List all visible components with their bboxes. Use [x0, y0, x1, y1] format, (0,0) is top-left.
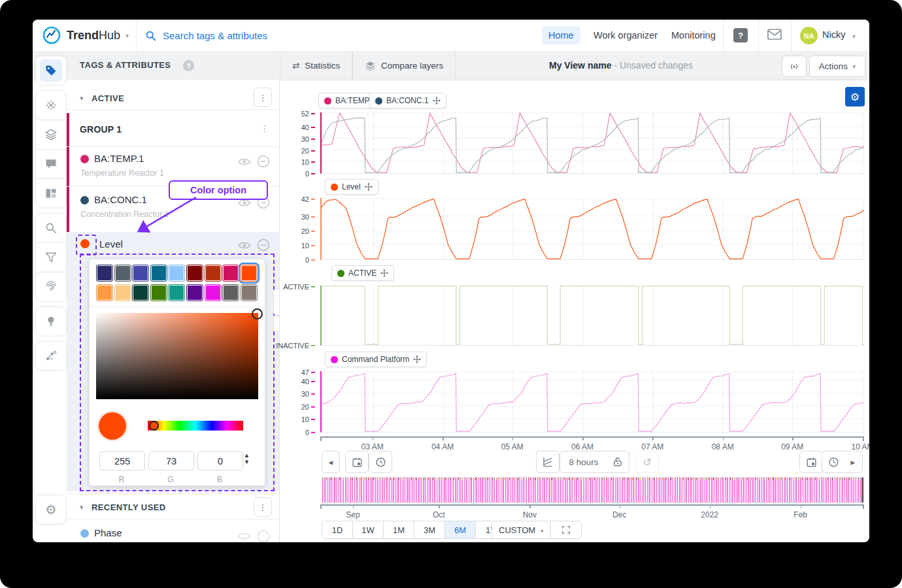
chart-temp-conc[interactable]: 01020304052	[279, 112, 864, 174]
remove-minus-circle-icon[interactable]	[257, 155, 270, 168]
tag-description: Concentration Reactor 1	[80, 210, 169, 219]
broadcast-icon	[788, 62, 800, 71]
actions-button[interactable]: Actions▾	[809, 56, 865, 77]
mail-icon[interactable]	[767, 29, 782, 41]
section-menu-button[interactable]: ⋮	[254, 88, 272, 107]
zoom-preset-3m[interactable]: 3M	[414, 521, 445, 539]
rail-settings[interactable]: ⚙	[35, 495, 67, 525]
section-label: RECENTLY USED	[92, 502, 166, 512]
nav-tab-home[interactable]: Home	[542, 26, 580, 44]
tag-icon	[44, 64, 58, 77]
rail-item-dashboards[interactable]	[35, 178, 67, 208]
move-icon[interactable]	[433, 97, 441, 105]
axis-tick-label: Sep	[346, 510, 359, 519]
section-menu-button[interactable]: ⋮	[254, 497, 272, 517]
rail-item-layers[interactable]	[35, 120, 67, 150]
series-dot	[324, 97, 331, 105]
rail-item-search[interactable]	[35, 213, 67, 243]
pan-left-button[interactable]: ◂	[322, 451, 340, 473]
rail-item-fingerprint[interactable]	[35, 272, 67, 302]
collapse-chevron-icon[interactable]: ▾	[80, 94, 84, 103]
move-icon[interactable]	[380, 269, 388, 277]
zoom-preset-6m[interactable]: 6M	[445, 521, 476, 539]
legend-chip-ba-conc-1[interactable]: BA:CONC.1	[369, 93, 446, 108]
collapse-chevron-icon[interactable]: ▾	[80, 503, 84, 512]
y-axis-tick-label: 30	[301, 135, 315, 143]
y-axis-tick-label: 42	[301, 195, 315, 203]
series-color-dot[interactable]	[80, 239, 90, 248]
series-color-dot[interactable]	[80, 529, 89, 538]
legend-chip-level[interactable]: Level	[325, 179, 378, 195]
group-menu-button[interactable]: ⋮	[260, 123, 269, 133]
timeline-overview-minimap[interactable]	[322, 477, 864, 503]
chart-level[interactable]: 010203042	[279, 198, 864, 260]
axis-tick	[792, 436, 793, 440]
search-placeholder-text: Search tags & attributes	[163, 30, 267, 41]
broadcast-button[interactable]	[782, 56, 807, 77]
series-dot	[331, 356, 338, 363]
panel-help-icon[interactable]: ?	[183, 60, 194, 71]
rail-item-filter[interactable]	[35, 242, 67, 272]
axis-tick	[529, 504, 531, 508]
section-active-header[interactable]: ▾ ACTIVE ⋮	[67, 85, 279, 110]
help-icon[interactable]: ?	[733, 28, 748, 42]
app-logo[interactable]: TrendHub ▾	[42, 25, 129, 45]
axis-tick	[439, 504, 440, 508]
axis-tick	[652, 436, 654, 440]
zoom-preset-1m[interactable]: 1M	[384, 521, 414, 539]
zoom-preset-1d[interactable]: 1D	[322, 521, 353, 539]
move-icon[interactable]	[413, 355, 421, 363]
legend-chip-active[interactable]: ACTIVE	[331, 265, 394, 281]
legend-chip-command-platform[interactable]: Command Platform	[325, 351, 427, 367]
trend-mode-button[interactable]	[536, 451, 560, 473]
start-time-button[interactable]	[369, 451, 392, 473]
tag-name: BA:TEMP.1	[94, 153, 144, 164]
annotation-dashed-popup-box	[80, 253, 275, 491]
swap-arrows-icon: ⇄	[292, 60, 299, 71]
zoom-preset-1w[interactable]: 1W	[353, 521, 384, 539]
section-recently-used-header[interactable]: ▾ RECENTLY USED ⋮	[67, 493, 279, 519]
search-bar[interactable]: Search tags & attributes	[145, 20, 267, 51]
nav-tab-monitoring[interactable]: Monitoring	[665, 26, 722, 44]
history-reset-button[interactable]: ↺	[635, 451, 659, 473]
tab-statistics[interactable]: ⇄ Statistics	[280, 51, 352, 80]
layers-icon	[365, 60, 376, 71]
custom-range-button[interactable]: CUSTOM▴	[492, 521, 551, 539]
rail-item-formulas[interactable]	[35, 90, 67, 120]
month-x-axis: SepOctNovDec2022Feb	[320, 504, 864, 520]
y-axis-tick-label: 47	[301, 368, 315, 376]
move-icon[interactable]	[365, 183, 373, 191]
start-date-button[interactable]	[345, 451, 369, 473]
visibility-eye-icon[interactable]	[238, 240, 251, 250]
chart-settings-button[interactable]: ⚙	[845, 87, 865, 106]
y-axis-tick-label: 52	[301, 110, 315, 118]
nav-tab-work-organizer[interactable]: Work organizer	[587, 26, 664, 44]
username[interactable]: Nicky	[822, 29, 845, 40]
pan-right-button[interactable]: ▸	[844, 451, 863, 473]
remove-minus-circle-icon[interactable]	[257, 238, 270, 252]
visibility-eye-icon[interactable]	[238, 531, 251, 541]
chart-active-state[interactable]: ACTIVEINACTIVE	[279, 286, 864, 346]
rail-item-comments[interactable]	[35, 149, 67, 179]
series-dot	[337, 270, 344, 277]
end-time-button[interactable]	[822, 451, 845, 473]
remove-minus-circle-icon[interactable]	[257, 530, 270, 542]
series-color-dot[interactable]	[80, 196, 89, 204]
brand-chevron-down-icon[interactable]: ▾	[125, 32, 129, 39]
rail-item-suggestions[interactable]	[35, 306, 67, 336]
time-range-button[interactable]: 8 hours	[560, 451, 608, 473]
chart-command-platform[interactable]: 01020304047	[279, 371, 864, 433]
end-date-button[interactable]	[799, 451, 823, 473]
user-menu-chevron-down-icon[interactable]: ▾	[852, 33, 856, 40]
rail-item-tags[interactable]	[35, 56, 67, 86]
lock-range-button[interactable]	[607, 451, 629, 473]
tab-compare-layers[interactable]: Compare layers	[352, 51, 456, 80]
y-axis-tick-label: ACTIVE	[283, 283, 315, 291]
series-color-dot[interactable]	[80, 155, 89, 163]
visibility-eye-icon[interactable]	[238, 157, 251, 167]
trendhub-logo-icon	[42, 25, 61, 45]
axis-tick-label: 03 AM	[361, 442, 384, 451]
fit-frame-button[interactable]	[551, 521, 582, 539]
rail-item-connections[interactable]	[35, 341, 67, 371]
avatar[interactable]: NA	[800, 27, 818, 44]
